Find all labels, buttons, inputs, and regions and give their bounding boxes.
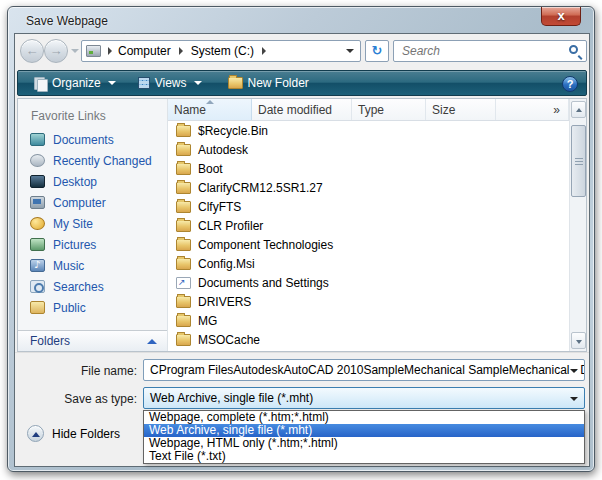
search-icon[interactable] [569,45,578,54]
folder-icon [176,144,191,156]
collapse-arrow-icon [27,425,44,442]
file-name-combobox[interactable]: CProgram FilesAutodeskAutoCAD 2010Sample… [143,359,585,381]
chevron-up-icon [147,339,157,344]
column-headers: Name Date modified Type Size » [168,99,586,121]
sidebar-item-label: Searches [53,280,104,294]
dialog-body: ← → Computer System (C:) ↻ [14,33,590,467]
column-header[interactable]: Size [426,99,496,120]
file-name: Component Technologies [198,238,333,252]
sidebar-item[interactable]: Documents [18,129,167,150]
file-row[interactable]: Boot [168,159,569,178]
column-header[interactable]: Type [352,99,426,120]
file-row[interactable]: ClarifyCRM12.5SR1.27 [168,178,569,197]
drive-icon [86,45,101,57]
help-icon[interactable]: ? [562,76,578,92]
dropdown-option[interactable]: Text File (*.txt) [144,450,584,463]
sidebar-item-icon [30,196,45,209]
file-row[interactable] [168,349,569,351]
scroll-down-icon[interactable] [571,332,586,349]
sidebar-item-icon [30,154,45,167]
new-folder-icon [228,77,243,89]
sidebar-item-icon [30,301,45,314]
folders-expander[interactable]: Folders [18,330,167,351]
file-name: CLR Profiler [198,219,263,233]
sidebar-item-icon [30,280,45,293]
file-row[interactable]: ClfyFTS [168,197,569,216]
new-folder-button[interactable]: New Folder [220,72,317,94]
title-bar[interactable]: Save Webpage [8,7,594,33]
views-button[interactable]: Views [130,72,210,94]
command-toolbar: Organize Views New Folder ? [17,70,587,96]
file-row[interactable]: DRIVERS [168,292,569,311]
column-header[interactable]: » [496,99,569,120]
search-box[interactable] [393,40,587,62]
main-area: Favorite Links Documents Recently Change… [17,98,587,352]
chevron-down-icon [108,81,116,85]
hide-folders-button[interactable]: Hide Folders [27,425,120,442]
refresh-button[interactable]: ↻ [365,40,389,62]
sort-ascending-icon [206,100,214,104]
nav-history-chevron-icon[interactable] [71,49,79,53]
breadcrumb-items: Computer System (C:) [115,44,271,58]
sidebar-item[interactable]: Searches [18,276,167,297]
sidebar-item-label: Pictures [53,238,96,252]
sidebar-item[interactable]: Recently Changed [18,150,167,171]
file-type-dropdown: Webpage, complete (*.htm;*.html) Web Arc… [143,410,585,464]
file-row[interactable]: Documents and Settings [168,273,569,292]
breadcrumb-item[interactable]: Computer [115,44,188,58]
sidebar-item[interactable]: Desktop [18,171,167,192]
views-icon [138,77,150,89]
column-header[interactable]: Date modified [252,99,352,120]
window-title: Save Webpage [26,14,108,28]
breadcrumb-item[interactable]: System (C:) [188,44,271,58]
folder-icon [176,125,191,137]
file-row[interactable]: $Recycle.Bin [168,121,569,140]
file-name: DRIVERS [198,295,251,309]
file-rows: $Recycle.Bin Autodesk Boot ClarifyCRM12.… [168,121,569,351]
search-input[interactable] [400,43,560,59]
scroll-up-icon[interactable] [571,101,586,118]
file-name: Autodesk [198,143,248,157]
file-row[interactable]: MSOCache [168,330,569,349]
file-row[interactable]: Config.Msi [168,254,569,273]
back-button[interactable]: ← [20,39,44,63]
sidebar-item[interactable]: Music [18,255,167,276]
file-name: ClfyFTS [198,200,241,214]
address-bar: ← → Computer System (C:) ↻ [15,34,589,68]
refresh-icon: ↻ [372,43,383,58]
folder-icon [176,201,191,213]
forward-button[interactable]: → [44,39,68,63]
file-row[interactable]: CLR Profiler [168,216,569,235]
file-row[interactable]: MG [168,311,569,330]
new-folder-label: New Folder [248,76,309,90]
sidebar-item-label: My Site [53,217,93,231]
sidebar-item[interactable]: Computer [18,192,167,213]
sidebar-item-label: Recently Changed [53,154,152,168]
save-as-type-combobox[interactable]: Web Archive, single file (*.mht) [143,387,585,409]
folder-icon [176,182,191,194]
file-row[interactable]: Autodesk [168,140,569,159]
sidebar-item[interactable]: Pictures [18,234,167,255]
file-name: Boot [198,162,223,176]
breadcrumb-dropdown-icon[interactable] [346,49,354,53]
sidebar-item[interactable]: My Site [18,213,167,234]
folder-icon [176,220,191,232]
file-row[interactable]: Component Technologies [168,235,569,254]
sidebar-item[interactable]: Public [18,297,167,318]
vertical-scrollbar[interactable] [569,99,586,351]
favorite-links-header: Favorite Links [18,99,167,129]
folder-icon [176,296,191,308]
folder-icon [176,239,191,251]
folders-label: Folders [30,334,70,348]
sidebar-item-icon [30,217,45,230]
chevron-down-icon [570,397,578,401]
scrollbar-thumb[interactable] [571,125,586,197]
sidebar-item-label: Computer [53,196,106,210]
file-name: ClarifyCRM12.5SR1.27 [198,181,323,195]
organize-button[interactable]: Organize [26,72,124,94]
save-as-type-value: Web Archive, single file (*.mht) [150,391,313,405]
breadcrumb[interactable]: Computer System (C:) [81,40,361,62]
save-as-type-label: Save as type: [19,392,137,406]
close-icon[interactable] [541,7,581,26]
file-name: $Recycle.Bin [198,124,268,138]
